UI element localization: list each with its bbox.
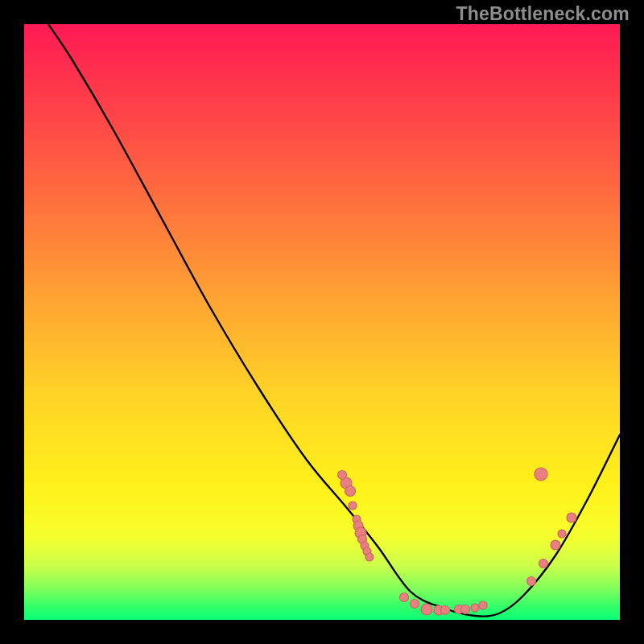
data-marker	[471, 604, 479, 612]
data-marker	[353, 521, 363, 530]
data-marker	[535, 468, 547, 481]
data-marker	[345, 486, 356, 497]
data-marker	[341, 477, 352, 489]
data-marker	[365, 553, 374, 561]
plot-area	[24, 24, 620, 620]
curve-layer	[24, 24, 620, 620]
marker-group	[338, 468, 577, 615]
data-marker	[461, 605, 470, 614]
data-marker	[421, 604, 432, 615]
data-marker	[355, 527, 366, 539]
data-marker	[358, 535, 367, 544]
chart-stage: TheBottleneck.com	[0, 0, 644, 644]
data-marker	[455, 605, 464, 614]
data-marker	[441, 606, 450, 615]
data-marker	[539, 559, 548, 568]
data-marker	[434, 605, 444, 615]
data-marker	[349, 502, 357, 510]
bottleneck-curve	[48, 24, 620, 617]
data-marker	[411, 600, 419, 609]
data-marker	[400, 593, 409, 602]
data-marker	[567, 513, 576, 522]
data-marker	[558, 530, 566, 538]
data-marker	[353, 515, 361, 523]
data-marker	[551, 540, 560, 550]
data-marker	[361, 542, 369, 550]
watermark-text: TheBottleneck.com	[456, 3, 630, 25]
data-marker	[363, 547, 371, 555]
data-marker	[527, 577, 536, 586]
data-marker	[479, 601, 487, 609]
data-marker	[338, 471, 347, 480]
